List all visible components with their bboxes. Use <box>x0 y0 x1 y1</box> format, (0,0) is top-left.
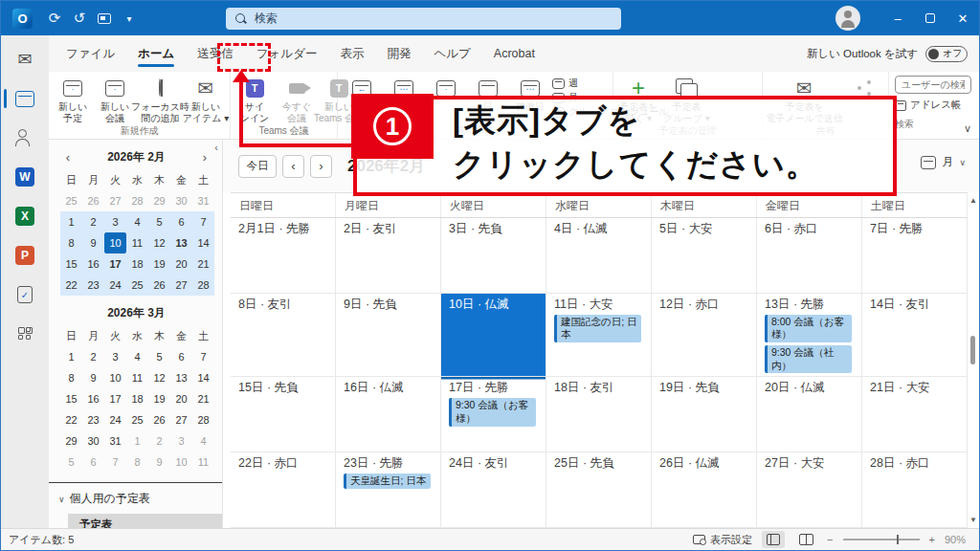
tab-ホーム[interactable]: ホーム <box>126 35 186 72</box>
mini-day-cell[interactable]: 11 <box>192 452 214 473</box>
mini-day-cell[interactable]: 5 <box>148 211 170 232</box>
mini-day-cell[interactable]: 20 <box>170 253 192 275</box>
mini-day-cell[interactable]: 31 <box>192 190 214 211</box>
calendar-event[interactable]: 9:30 会議（社内） <box>765 345 852 373</box>
mini-day-cell[interactable]: 26 <box>82 190 104 211</box>
sync-icon[interactable]: ⟳ <box>42 6 67 31</box>
mini-day-cell[interactable]: 10 <box>170 452 192 473</box>
mini-day-cell[interactable]: 3 <box>104 346 126 367</box>
mini-day-cell[interactable]: 28 <box>192 409 214 430</box>
calendar-day-cell[interactable]: 5日 · 大安 <box>652 218 757 294</box>
mini-day-cell[interactable]: 8 <box>126 452 148 473</box>
mini-day-cell[interactable]: 13 <box>170 367 192 388</box>
reading-view-button[interactable] <box>794 531 817 548</box>
ribbon-button[interactable]: ✉ 新しい アイテム ▾ <box>186 74 226 123</box>
rail-word[interactable]: W <box>1 165 49 188</box>
mini-day-cell[interactable]: 6 <box>170 211 192 232</box>
calendar-day-cell[interactable]: 7日 · 先勝 <box>862 218 968 294</box>
tab-表示[interactable]: 表示 <box>328 35 375 72</box>
mini-day-cell[interactable]: 1 <box>60 346 82 367</box>
tab-Acrobat[interactable]: Acrobat <box>482 35 546 72</box>
rail-mail[interactable]: ✉ <box>1 48 49 71</box>
calendar-day-cell[interactable]: 23日 · 先勝 天皇誕生日; 日本 <box>336 452 441 528</box>
mini-day-cell[interactable]: 9 <box>82 367 104 388</box>
calendar-day-cell[interactable]: 17日 · 先勝 9:30 会議（お客様） <box>441 377 546 452</box>
mini-day-cell[interactable]: 12 <box>148 232 170 253</box>
mini-day-cell[interactable]: 5 <box>60 452 82 473</box>
quick-access-caret-icon[interactable]: ▾ <box>117 6 142 31</box>
mini-day-cell[interactable]: 28 <box>126 190 148 211</box>
mini-day-cell[interactable]: 7 <box>104 452 126 473</box>
mini-day-cell[interactable]: 22 <box>60 409 82 430</box>
tab-開発[interactable]: 開発 <box>375 35 422 72</box>
calendar-day-cell[interactable]: 27日 · 大安 <box>757 452 862 528</box>
view-settings-button[interactable]: 表示設定 <box>693 533 752 547</box>
minimize-button[interactable]: – <box>881 1 914 35</box>
mini-day-cell[interactable]: 13 <box>170 232 192 253</box>
mini-day-cell[interactable]: 26 <box>148 275 170 296</box>
calendar-day-cell[interactable]: 15日 · 先負 <box>231 377 336 452</box>
rail-powerpoint[interactable]: P <box>1 244 49 267</box>
mini-day-cell[interactable]: 28 <box>192 275 214 296</box>
mini-day-cell[interactable]: 6 <box>170 346 192 367</box>
mini-day-cell[interactable]: 11 <box>126 232 148 253</box>
calendar-day-cell[interactable]: 3日 · 先負 <box>441 218 546 294</box>
calendar-day-cell[interactable]: 25日 · 先負 <box>546 452 652 528</box>
address-book-button[interactable]: アドレス帳 <box>895 99 971 112</box>
calendar-event[interactable]: 8:00 会議（お客様） <box>765 315 852 342</box>
next-month-button[interactable]: › <box>310 155 332 178</box>
calendar-day-cell[interactable]: 24日 · 友引 <box>441 452 546 528</box>
mini-day-cell[interactable]: 7 <box>192 346 214 367</box>
scroll-down-icon[interactable]: ▼ <box>969 516 977 524</box>
calendar-day-cell[interactable]: 8日 · 友引 <box>231 294 336 378</box>
mini-day-cell[interactable]: 30 <box>82 430 104 452</box>
mini-day-cell[interactable]: 7 <box>192 211 214 232</box>
calendar-day-cell[interactable]: 26日 · 仏滅 <box>652 452 757 528</box>
mini-day-cell[interactable]: 2 <box>82 346 104 367</box>
send-receive-icon[interactable] <box>92 6 117 31</box>
calendar-day-cell[interactable]: 6日 · 赤口 <box>757 218 862 294</box>
mini-day-cell[interactable]: 29 <box>60 430 82 452</box>
mini-day-cell[interactable]: 14 <box>192 232 214 253</box>
mini-day-cell[interactable]: 24 <box>104 275 126 296</box>
mini-day-cell[interactable]: 23 <box>82 275 104 296</box>
calendar-day-cell[interactable]: 28日 · 赤口 <box>862 452 968 528</box>
calendar-event[interactable]: 9:30 会議（お客様） <box>449 398 536 426</box>
mini-day-cell[interactable]: 9 <box>82 232 104 253</box>
new-outlook-toggle[interactable]: オフ <box>925 46 968 62</box>
mini-day-cell[interactable]: 29 <box>148 190 170 211</box>
ribbon-collapse-icon[interactable]: ∨ <box>964 122 971 135</box>
tab-ヘルプ[interactable]: ヘルプ <box>422 35 481 72</box>
ribbon-button[interactable]: · 新しい 会議 <box>95 74 135 123</box>
tab-ファイル[interactable]: ファイル <box>55 35 126 72</box>
mini-day-cell[interactable]: 15 <box>60 388 82 409</box>
calendar-event[interactable]: 建国記念の日; 日本 <box>554 315 641 342</box>
mini-day-cell[interactable]: 3 <box>170 430 192 452</box>
mini-day-cell[interactable]: 17 <box>104 388 126 409</box>
zoom-in-button[interactable]: + <box>929 534 935 545</box>
mini-day-cell[interactable]: 6 <box>82 452 104 473</box>
calendar-event[interactable]: 天皇誕生日; 日本 <box>344 474 431 489</box>
rail-calendar[interactable] <box>1 87 49 110</box>
calendar-day-cell[interactable]: 13日 · 先勝 8:00 会議（お客様）9:30 会議（社内） <box>757 294 862 378</box>
calendar-day-cell[interactable]: 18日 · 友引 <box>546 377 652 452</box>
calendar-day-cell[interactable]: 2月1日 · 先勝 <box>231 218 336 294</box>
mini-day-cell[interactable]: 30 <box>170 190 192 211</box>
calendar-day-cell[interactable]: 4日 · 仏滅 <box>546 218 652 294</box>
mini-next-icon[interactable]: › <box>199 150 211 165</box>
rail-people[interactable] <box>1 126 49 149</box>
close-button[interactable]: ✕ <box>947 1 979 35</box>
mini-day-cell[interactable]: 20 <box>170 388 192 409</box>
rail-excel[interactable]: X <box>1 205 49 228</box>
search-input[interactable]: 検索 <box>226 8 621 30</box>
mini-day-cell[interactable]: 26 <box>148 409 170 430</box>
rail-todo[interactable]: ✓ <box>1 283 49 306</box>
calendar-day-cell[interactable]: 21日 · 大安 <box>862 377 968 452</box>
mini-day-cell[interactable]: 9 <box>148 452 170 473</box>
mini-day-cell[interactable]: 1 <box>60 211 82 232</box>
panel-collapse-icon[interactable]: ‹ <box>214 142 218 153</box>
mini-day-cell[interactable]: 3 <box>104 211 126 232</box>
my-calendars-header[interactable]: ∨ 個人用の予定表 <box>58 491 222 507</box>
mini-day-cell[interactable]: 19 <box>148 388 170 409</box>
mini-prev-icon[interactable]: ‹ <box>62 150 74 165</box>
